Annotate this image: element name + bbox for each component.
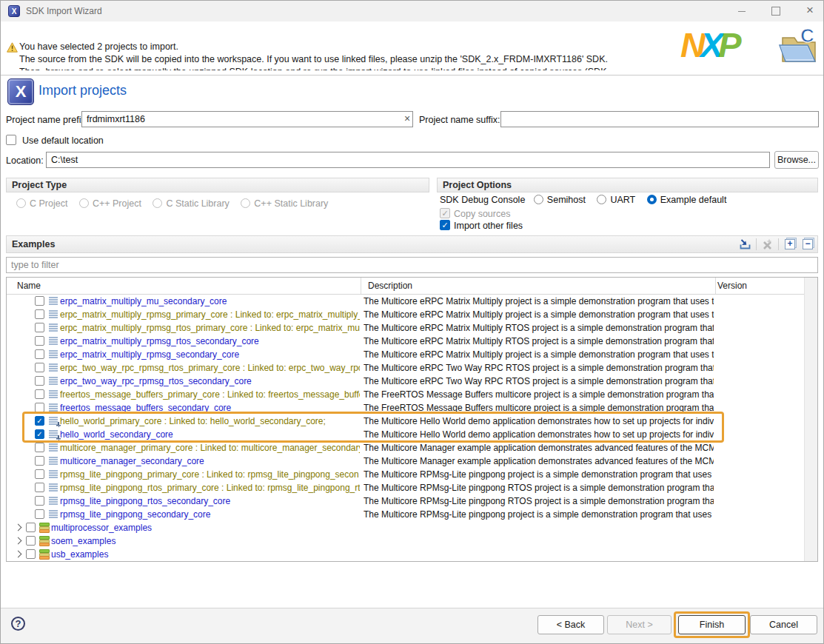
example-row[interactable]: erpc_matrix_multiply_rpmsg_rtos_primary_…	[7, 321, 804, 335]
example-row[interactable]: erpc_two_way_rpc_rpmsg_rtos_secondary_co…	[7, 375, 804, 388]
location-input[interactable]	[46, 152, 770, 168]
radio-c-project[interactable]: C Project	[16, 198, 67, 209]
example-group-row[interactable]: usb_examples	[7, 548, 804, 561]
row-checkbox[interactable]	[26, 536, 36, 546]
filter-input[interactable]	[6, 257, 818, 273]
next-button[interactable]: Next >	[607, 615, 671, 634]
radio-label: C++ Project	[93, 198, 141, 209]
chevron-right-icon[interactable]	[15, 524, 22, 531]
column-divider[interactable]	[361, 278, 361, 294]
row-checkbox[interactable]	[35, 483, 44, 492]
maximize-button[interactable]	[763, 1, 788, 21]
cancel-button[interactable]: Cancel	[750, 615, 817, 634]
example-row[interactable]: erpc_matrix_multiply_rpmsg_primary_core …	[7, 308, 804, 321]
radio-cpp-static-library[interactable]: C++ Static Library	[241, 198, 328, 209]
chevron-right-icon[interactable]	[15, 537, 22, 545]
example-row[interactable]: rpmsg_lite_pingpong_secondary_coreThe Mu…	[7, 508, 804, 521]
row-checkbox[interactable]	[35, 363, 44, 372]
table-scrollbar[interactable]	[804, 278, 817, 561]
example-name: erpc_matrix_multiply_rpmsg_rtos_secondar…	[60, 336, 360, 346]
example-name: erpc_two_way_rpc_rpmsg_rtos_primary_core…	[60, 363, 360, 373]
example-description: The FreeRTOS Message Buffers multicore p…	[364, 389, 714, 400]
example-name: erpc_two_way_rpc_rpmsg_rtos_secondary_co…	[60, 376, 360, 386]
chevron-right-icon[interactable]	[15, 551, 22, 558]
example-category-icon	[39, 549, 48, 559]
row-checkbox[interactable]	[35, 469, 44, 479]
import-other-files-checkbox[interactable]: ✓	[440, 220, 450, 230]
radio-icon	[597, 195, 606, 204]
row-checkbox[interactable]	[35, 456, 44, 466]
clear-selection-icon[interactable]	[761, 238, 774, 250]
row-checkbox[interactable]	[26, 523, 36, 532]
radio-semihost[interactable]: Semihost	[534, 195, 586, 205]
row-checkbox[interactable]	[35, 403, 44, 412]
table-header: Name Description Version	[7, 278, 817, 295]
column-header-version[interactable]: Version	[717, 281, 747, 291]
row-checkbox[interactable]	[35, 389, 44, 399]
browse-button[interactable]: Browse...	[774, 151, 819, 169]
minimize-button[interactable]	[729, 1, 754, 21]
finish-button[interactable]: Finish	[678, 615, 746, 634]
example-description: The FreeRTOS Message Buffers multicore p…	[364, 403, 714, 413]
example-name: rpmsg_lite_pingpong_secondary_core	[60, 509, 360, 520]
example-row[interactable]: erpc_matrix_multiply_mu_secondary_coreTh…	[7, 295, 804, 308]
example-row[interactable]: rpmsg_lite_pingpong_rtos_primary_core : …	[7, 481, 804, 494]
example-icon	[49, 350, 58, 359]
example-row[interactable]: freertos_message_buffers_secondary_coreT…	[7, 401, 804, 415]
radio-cpp-project[interactable]: C++ Project	[79, 198, 141, 209]
back-button[interactable]: < Back	[537, 615, 604, 634]
example-name: multicore_manager_primary_core : Linked …	[60, 443, 360, 453]
example-icon	[49, 323, 58, 332]
row-checkbox[interactable]	[26, 549, 36, 559]
radio-icon	[534, 195, 543, 204]
radio-uart[interactable]: UART	[597, 195, 635, 205]
example-row[interactable]: erpc_matrix_multiply_rpmsg_rtos_secondar…	[7, 335, 804, 348]
row-checkbox[interactable]	[35, 443, 44, 452]
example-row[interactable]: erpc_matrix_multiply_rpmsg_secondary_cor…	[7, 348, 804, 361]
column-header-name[interactable]: Name	[17, 281, 41, 291]
import-example-icon[interactable]	[739, 238, 751, 250]
row-checkbox[interactable]	[35, 376, 44, 386]
example-group-row[interactable]: multiprocessor_examples	[7, 521, 804, 534]
copy-sources-checkbox[interactable]: ✓	[440, 208, 450, 218]
row-checkbox[interactable]	[35, 336, 44, 346]
column-divider[interactable]	[715, 278, 716, 294]
row-checkbox[interactable]: ✓	[35, 416, 44, 426]
example-row[interactable]: ✓hello_world_secondary_coreThe Multicore…	[7, 428, 804, 441]
example-row[interactable]: rpmsg_lite_pingpong_rtos_secondary_coreT…	[7, 494, 804, 508]
expand-all-icon[interactable]: +	[785, 239, 795, 249]
collapse-all-icon[interactable]: −	[803, 239, 813, 249]
radio-example-default[interactable]: Example default	[647, 195, 727, 205]
example-row[interactable]: freertos_message_buffers_primary_core : …	[7, 388, 804, 401]
example-icon	[49, 310, 58, 319]
example-group-row[interactable]: soem_examples	[7, 534, 804, 548]
button-bar: ? < Back Next > Finish Cancel	[1, 608, 823, 643]
column-header-description[interactable]: Description	[368, 281, 412, 291]
project-name-suffix-input[interactable]	[500, 111, 819, 127]
row-checkbox[interactable]	[35, 309, 44, 319]
radio-label: C Static Library	[166, 198, 229, 209]
radio-c-static-library[interactable]: C Static Library	[153, 198, 229, 209]
example-row[interactable]: rpmsg_lite_pingpong_primary_core : Linke…	[7, 468, 804, 481]
row-checkbox[interactable]	[35, 509, 44, 519]
example-row[interactable]: ✓hello_world_primary_core : Linked to: h…	[7, 415, 804, 428]
examples-title: Examples	[12, 239, 55, 249]
radio-selected-icon	[647, 195, 657, 204]
app-icon: X	[8, 5, 20, 17]
title-bar: X SDK Import Wizard ×	[1, 1, 823, 22]
row-checkbox[interactable]: ✓	[35, 429, 44, 439]
use-default-location-checkbox[interactable]	[6, 135, 16, 145]
example-row[interactable]: multicore_manager_primary_core : Linked …	[7, 441, 804, 455]
nxp-letter-x: X	[700, 25, 718, 64]
project-name-prefix-input[interactable]	[81, 111, 413, 127]
example-description: The Multicore Hello World demo applicati…	[364, 416, 714, 426]
example-row[interactable]: multicore_manager_secondary_coreThe Mult…	[7, 455, 804, 468]
row-checkbox[interactable]	[35, 496, 44, 506]
row-checkbox[interactable]	[35, 296, 44, 306]
clear-prefix-icon[interactable]: ×	[402, 114, 412, 124]
row-checkbox[interactable]	[35, 349, 44, 359]
help-icon[interactable]: ?	[11, 617, 25, 631]
example-row[interactable]: erpc_two_way_rpc_rpmsg_rtos_primary_core…	[7, 361, 804, 375]
row-checkbox[interactable]	[35, 323, 44, 332]
close-button[interactable]: ×	[797, 1, 823, 21]
